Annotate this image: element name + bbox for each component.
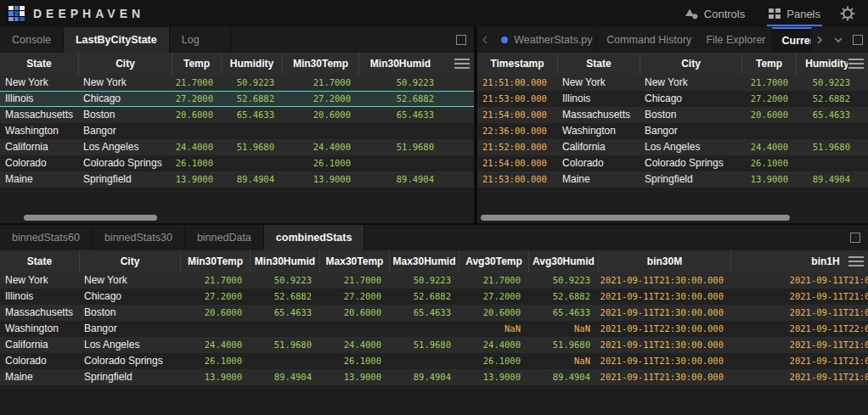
column-header-Temp[interactable]: Temp [172, 53, 221, 75]
cell: Washington [0, 321, 79, 337]
table-menu-icon[interactable] [848, 255, 865, 268]
stats-panel: binnedStats60binnedStats30binnedDatacomb… [0, 225, 868, 415]
maximize-icon[interactable] [853, 35, 863, 45]
cell: 2021-09-11T21:00:00.000 [730, 289, 868, 305]
cell: NaN [459, 321, 528, 337]
table-row[interactable]: 21:53:00.000IllinoisChicago27.200052.688… [477, 91, 868, 107]
table-row[interactable]: ColoradoColorado Springs26.100026.1000 [0, 155, 474, 171]
table-menu-icon[interactable] [454, 57, 471, 70]
table-row[interactable]: 22:36:00.000WashingtonBangor [477, 123, 868, 139]
table-row[interactable]: 21:52:00.000CaliforniaLos Angeles24.4000… [477, 139, 868, 155]
cell: 20.6000 [180, 305, 250, 321]
tab-Log[interactable]: Log [170, 27, 231, 53]
cell: 2021-09-11T21:30:00.000 [598, 305, 730, 321]
cell: 21:54:00.000 [477, 155, 557, 171]
table-menu-icon[interactable] [848, 57, 865, 70]
column-header-State[interactable]: State [0, 53, 78, 75]
table-row[interactable]: 21:54:00.000MassachusettsBoston20.600065… [477, 107, 868, 123]
maximize-icon[interactable] [456, 35, 466, 45]
tab-WeatherStats.py[interactable]: WeatherStats.py [492, 27, 597, 53]
tab-binnedStats60[interactable]: binnedStats60 [0, 225, 93, 250]
cell: 24.4000 [282, 139, 358, 155]
tab-File Explorer[interactable]: File Explorer [696, 27, 772, 53]
column-header-Min30Temp[interactable]: Min30Temp [282, 53, 358, 75]
table-row[interactable]: New YorkNew York21.700050.922321.700050.… [0, 272, 868, 289]
cell: 24.4000 [180, 337, 250, 353]
cell: Washington [557, 123, 640, 139]
table-row[interactable]: IllinoisChicago27.200052.688227.200052.6… [0, 91, 474, 107]
column-header-City[interactable]: City [78, 53, 172, 75]
table-row[interactable]: WashingtonBangor [0, 123, 474, 139]
table-row[interactable]: 21:54:00.000ColoradoColorado Springs26.1… [477, 155, 868, 171]
tab-scroll-left-button[interactable] [477, 27, 492, 53]
tab-overflow-button[interactable] [831, 27, 846, 53]
column-header-bin30M[interactable]: bin30M [598, 250, 730, 272]
cell [221, 155, 282, 171]
table-row[interactable]: MassachusettsBoston20.600065.463320.6000… [0, 305, 868, 321]
tab-scroll-right-button[interactable] [812, 27, 827, 53]
cell: Colorado [557, 155, 640, 171]
column-header-Avg30Temp[interactable]: Avg30Temp [459, 250, 528, 272]
tab-combinedStats[interactable]: combinedStats [264, 225, 365, 250]
table-row[interactable]: WashingtonBangorNaNNaN2021-09-11T22:30:0… [0, 321, 868, 337]
table-row[interactable]: MaineSpringfield13.900089.490413.900089.… [0, 369, 868, 385]
column-header-Max30Temp[interactable]: Max30Temp [319, 250, 389, 272]
column-header-Humidity[interactable]: Humidity [221, 53, 282, 75]
cell: 26.1000 [172, 155, 221, 171]
column-header-City[interactable]: City [79, 250, 180, 272]
cell: 2021-09-11T21:30:00.000 [598, 289, 730, 305]
cell: 2021-09-11T21:30:00.000 [598, 272, 730, 289]
cell: 51.9680 [221, 139, 282, 155]
cell: 50.9223 [528, 272, 598, 289]
cell: 50.9223 [250, 272, 319, 289]
table-row[interactable]: New YorkNew York21.700050.922321.700050.… [0, 75, 474, 91]
tab-LastByCityState[interactable]: LastByCityState [64, 27, 170, 53]
column-header-Max30Humid[interactable]: Max30Humid [389, 250, 459, 272]
cell: 21.7000 [741, 75, 796, 91]
column-header-Min30Humid[interactable]: Min30Humid [250, 250, 319, 272]
cell: Maine [557, 171, 640, 188]
table-row[interactable]: CaliforniaLos Angeles24.400051.968024.40… [0, 139, 474, 155]
cell: 13.9000 [172, 171, 221, 188]
tab-label: Curren [781, 35, 812, 47]
scrollbar-thumb[interactable] [24, 215, 157, 221]
tab-label: WeatherStats.py [514, 34, 592, 46]
column-header-Min30Humid[interactable]: Min30Humid [358, 53, 442, 75]
tab-Curren[interactable]: Curren [772, 27, 812, 53]
scrollbar-thumb[interactable] [481, 215, 790, 221]
column-header-State[interactable]: State [557, 53, 640, 75]
column-header-Temp[interactable]: Temp [741, 53, 796, 75]
tab-label: Command History [606, 34, 691, 46]
controls-button[interactable]: Controls [676, 0, 753, 27]
table-row[interactable]: IllinoisChicago27.200052.688227.200052.6… [0, 289, 868, 305]
horizontal-scrollbar[interactable] [477, 215, 868, 222]
table-row[interactable]: CaliforniaLos Angeles24.400051.968024.40… [0, 337, 868, 353]
cell: 21.7000 [282, 75, 358, 91]
panels-button[interactable]: Panels [760, 0, 829, 27]
cell: 21:53:00.000 [477, 91, 557, 107]
cell: 21:53:00.000 [477, 171, 557, 188]
table-row[interactable]: 21:51:00.000New YorkNew York21.700050.92… [477, 75, 868, 91]
table-row[interactable]: MassachusettsBoston20.600065.463320.6000… [0, 107, 474, 123]
table-row[interactable]: MaineSpringfield13.900089.490413.900089.… [0, 171, 474, 188]
column-header-Avg30Humid[interactable]: Avg30Humid [528, 250, 598, 272]
lastby-panel: ConsoleLastByCityStateLog StateCityTempH… [0, 27, 474, 223]
settings-button[interactable] [836, 0, 860, 27]
column-header-Min30Temp[interactable]: Min30Temp [180, 250, 250, 272]
column-header-Timestamp[interactable]: Timestamp [477, 53, 557, 75]
tab-binnedData[interactable]: binnedData [185, 225, 264, 250]
tab-binnedStats30[interactable]: binnedStats30 [93, 225, 185, 250]
table-row[interactable]: ColoradoColorado Springs26.100026.100026… [0, 353, 868, 369]
cell: 52.6882 [796, 91, 858, 107]
cell: 52.6882 [250, 289, 319, 305]
cell: 13.9000 [180, 369, 250, 385]
tab-Command History[interactable]: Command History [597, 27, 696, 53]
column-header-State[interactable]: State [0, 250, 79, 272]
horizontal-scrollbar[interactable] [0, 215, 474, 222]
tab-Console[interactable]: Console [0, 27, 64, 53]
tab-label: LastByCityState [76, 34, 157, 46]
cell: 27.2000 [319, 289, 389, 305]
column-header-City[interactable]: City [640, 53, 741, 75]
table-row[interactable]: 21:53:00.000MaineSpringfield13.900089.49… [477, 171, 868, 188]
maximize-icon[interactable] [850, 233, 860, 243]
